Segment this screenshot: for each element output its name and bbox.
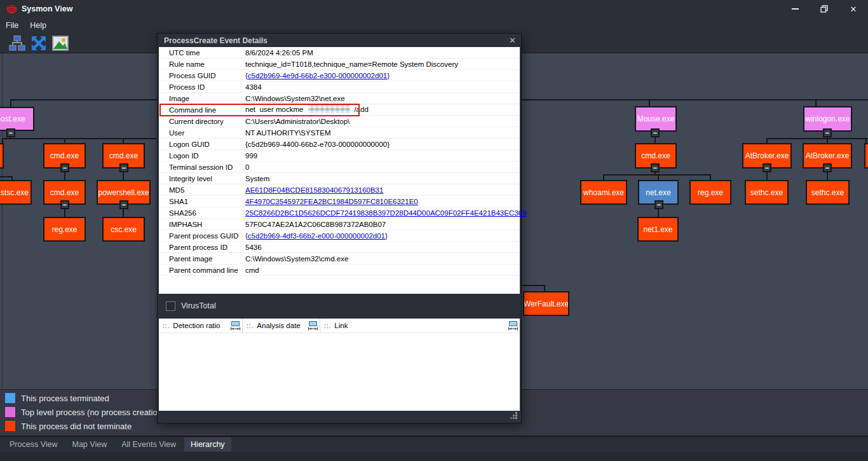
event-field-row[interactable]: Command linenet user mockme/add [159, 104, 520, 116]
legend-label: This process did not terminate [21, 422, 132, 431]
field-value: C:\Windows\System32\cmd.exe [245, 255, 348, 263]
process-node-winlogon-exe[interactable]: winlogon.exe [803, 106, 852, 132]
command-line-text: net user mockme [245, 106, 303, 113]
close-button[interactable]: ✕ [839, 0, 868, 18]
event-field-row[interactable]: Integrity levelSystem [159, 173, 520, 184]
collapse-node-button[interactable]: − [60, 200, 69, 209]
column-splitter-icon[interactable] [230, 320, 241, 331]
hierarchy-view-icon[interactable] [8, 34, 26, 52]
event-field-row[interactable]: Rule nametechnique_id=T1018,technique_na… [159, 58, 520, 70]
virustotal-checkbox[interactable] [166, 301, 175, 311]
process-node-sethc-exe[interactable]: sethc.exe [745, 180, 789, 205]
process-node-whoami-exe[interactable]: whoami.exe [580, 180, 627, 205]
legend-label: Top level process (no process creation [21, 408, 162, 417]
event-field-row[interactable]: IMPHASH57F0C47AE2A1A2C06C8B987372AB0B07 [159, 219, 520, 230]
status-bar [0, 452, 868, 461]
event-field-row[interactable]: Process GUID{c5d2b969-4e9d-66b2-e300-000… [159, 70, 520, 81]
collapse-node-button[interactable]: − [651, 128, 660, 137]
field-label: Parent command line [169, 266, 245, 274]
event-field-row[interactable]: MD5AE61D8F04BCDE8158304067913160B31 [159, 184, 520, 196]
event-field-row[interactable]: SHA14F4970C3545972FEA2BC1984D597FC810E63… [159, 196, 520, 207]
event-field-row[interactable]: UserNT AUTHORITY\SYSTEM [159, 127, 520, 139]
tab-map-view[interactable]: Map View [66, 437, 114, 451]
process-node-werfault-exe[interactable]: WerFault.exe [523, 291, 569, 316]
event-field-row[interactable]: Parent process GUID{c5d2b969-4df3-66b2-e… [159, 230, 520, 242]
event-field-row[interactable]: Current directoryC:\Users\Administrator\… [159, 116, 520, 127]
tab-all-events-view[interactable]: All Events View [115, 437, 182, 451]
export-image-icon[interactable] [51, 34, 69, 52]
event-field-row[interactable]: Terminal session ID0 [159, 162, 520, 173]
process-node-reg-exe[interactable]: reg.exe [689, 180, 731, 205]
virustotal-section: VirusTotal [159, 294, 520, 319]
legend-item: This process terminated [5, 392, 109, 404]
process-node-clipped[interactable] [0, 143, 4, 169]
event-field-row[interactable]: Logon ID999 [159, 150, 520, 162]
field-value: net user mockme/add [245, 105, 369, 114]
field-label: Logon ID [169, 152, 245, 160]
collapse-node-button[interactable]: − [119, 200, 128, 209]
event-field-row[interactable]: Parent process ID5436 [159, 242, 520, 253]
collapse-node-button[interactable]: − [823, 128, 832, 137]
process-node-stsc-exe[interactable]: stsc.exe [0, 180, 32, 205]
process-node-host-exe[interactable]: host.exe [0, 107, 34, 131]
tab-hierarchy[interactable]: Hierarchy [184, 437, 231, 451]
tab-process-view[interactable]: Process View [3, 437, 64, 451]
dialog-title-bar[interactable]: ProcessCreate Event Details ✕ [158, 34, 521, 47]
sysmon-view-logo-icon [6, 4, 17, 14]
menu-file[interactable]: File [0, 19, 24, 32]
field-label: Process ID [169, 83, 245, 91]
event-field-row[interactable]: Logon GUID{c5d2b969-4400-66b2-e703-00000… [159, 139, 520, 150]
restore-icon [820, 5, 828, 13]
field-value-link[interactable]: AE61D8F04BCDE8158304067913160B31 [245, 186, 383, 194]
field-value-link[interactable]: 25C8266D2BC1D5626DCDF72419838B397D28D44D… [245, 209, 526, 217]
collapse-node-button[interactable]: − [823, 163, 832, 172]
tree-connector-line [766, 138, 868, 139]
field-label: Terminal session ID [169, 163, 245, 171]
event-field-row[interactable]: SHA25625C8266D2BC1D5626DCDF72419838B397D… [159, 207, 520, 219]
dialog-close-icon[interactable]: ✕ [509, 36, 516, 45]
column-splitter-icon[interactable] [508, 320, 519, 331]
event-field-row[interactable]: Parent command linecmd [159, 265, 520, 276]
collapse-node-button[interactable]: − [119, 163, 128, 172]
restore-button[interactable] [810, 0, 839, 18]
process-node-clipped[interactable] [864, 143, 868, 169]
event-field-row[interactable]: ImageC:\Windows\System32\net.exe [159, 93, 520, 104]
field-label: Image [169, 95, 245, 102]
dialog-footer [158, 409, 521, 423]
grid-column-link[interactable]: ::.Link [320, 319, 520, 333]
collapse-node-button[interactable]: − [763, 163, 771, 172]
field-label: Process GUID [169, 72, 245, 79]
event-field-row[interactable]: UTC time8/6/2024 4:26:05 PM [159, 47, 520, 58]
event-field-row[interactable]: Parent imageC:\Windows\System32\cmd.exe [159, 253, 520, 265]
process-node-csc-exe[interactable]: csc.exe [102, 217, 145, 242]
collapse-node-button[interactable]: − [60, 163, 69, 172]
column-splitter-icon[interactable] [308, 320, 318, 331]
field-value-link[interactable]: 4F4970C3545972FEA2BC1984D597FC810E6321E0 [245, 198, 418, 205]
process-node-mouse-exe[interactable]: Mouse.exe [635, 106, 677, 132]
field-value-link[interactable]: {c5d2b969-4df3-66b2-e000-000000002d01} [245, 232, 388, 240]
field-value-link[interactable]: {c5d2b969-4e9d-66b2-e300-000000002d01} [245, 72, 390, 79]
legend-item: This process did not terminate [5, 420, 132, 432]
field-label: Command line [169, 106, 245, 114]
field-label: MD5 [169, 186, 245, 194]
process-node-net1-exe[interactable]: net1.exe [637, 217, 679, 242]
event-field-row[interactable]: Process ID4384 [159, 81, 520, 93]
collapse-node-button[interactable]: − [6, 128, 15, 137]
minimize-button[interactable] [780, 0, 810, 18]
grid-column-detection-ratio[interactable]: ::.Detection ratio [159, 319, 243, 333]
field-value: 0 [245, 163, 249, 171]
menu-help[interactable]: Help [24, 19, 52, 32]
process-node-reg-exe[interactable]: reg.exe [43, 217, 86, 242]
grid-column-analysis-date[interactable]: ::.Analysis date [243, 319, 320, 333]
collapse-node-button[interactable]: − [654, 200, 663, 209]
legend-item: Top level process (no process creation [5, 406, 162, 418]
expand-arrows-icon[interactable] [29, 34, 48, 52]
field-label: Current directory [169, 118, 245, 125]
field-label: SHA1 [169, 198, 245, 205]
field-value: {c5d2b969-4400-66b2-e703-000000000000} [245, 141, 390, 148]
resize-grip[interactable] [510, 412, 518, 420]
process-node-sethc-exe[interactable]: sethc.exe [806, 180, 850, 205]
field-value: 5436 [245, 244, 262, 251]
field-value: 57F0C47AE2A1A2C06C8B987372AB0B07 [245, 221, 386, 228]
collapse-node-button[interactable]: − [651, 163, 660, 172]
